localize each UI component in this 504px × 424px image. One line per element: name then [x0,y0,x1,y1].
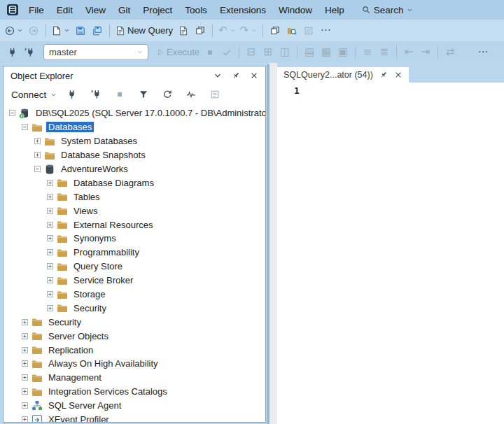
query-editor[interactable]: 1 [277,83,504,424]
find-in-files-button[interactable] [284,22,300,39]
comment-icon: ≡ [363,47,372,57]
tab-sqlquery2[interactable]: SQLQuery2...ator (54)) [277,67,409,83]
collapse-icon[interactable] [34,166,41,172]
expand-icon[interactable] [47,249,53,255]
tree-item-database-diagrams[interactable]: Database Diagrams [4,176,265,190]
tree-item-system-databases[interactable]: System Databases [4,134,265,148]
expand-icon[interactable] [22,416,28,422]
increase-indent-button: ⇥ [417,44,434,61]
tree-item-external-resources[interactable]: External Resources [4,218,265,232]
expand-icon[interactable] [22,360,28,367]
new-file-button[interactable] [50,22,72,39]
folder-icon [31,372,43,383]
expand-icon[interactable] [47,263,53,269]
tree-item-database-snapshots[interactable]: Database Snapshots [4,148,265,162]
menu-item-edit[interactable]: Edit [50,3,79,17]
disconnect-plug-button[interactable] [88,86,104,103]
tree-item-sql-server-agent[interactable]: SQL Server Agent [4,399,265,413]
navigate-backward-button[interactable] [3,22,25,39]
tree-item-databases[interactable]: Databases [4,120,265,134]
close-icon[interactable] [394,71,402,79]
collapse-icon[interactable] [9,110,15,116]
connect-dropdown-button[interactable]: Connect [11,90,57,100]
pin-icon[interactable] [379,71,388,79]
menu-item-window[interactable]: Window [272,3,318,17]
menu-item-git[interactable]: Git [112,3,136,17]
app-logo-icon [7,4,18,15]
expand-icon[interactable] [47,208,53,214]
tree-item-synonyms[interactable]: Synonyms [4,232,265,246]
estimated-plan-icon: ⊟ [247,47,256,57]
expand-icon[interactable] [22,347,28,353]
menu-item-extensions[interactable]: Extensions [214,3,272,17]
window-position-chevron-icon[interactable] [214,71,222,80]
tree-item-query-store[interactable]: Query Store [4,260,265,274]
expand-icon[interactable] [34,138,41,144]
pin-icon[interactable] [232,71,240,80]
display-estimated-plan-button: ⊟ [243,44,260,61]
undo-button: ↶ [216,22,238,39]
refresh-icon[interactable] [159,86,176,103]
close-icon[interactable] [250,71,258,80]
menu-item-view[interactable]: View [79,3,112,17]
analysis-services-query-button[interactable] [192,22,209,39]
tree-item-tables[interactable]: Tables [4,190,265,204]
available-databases-combobox[interactable]: master [43,44,148,60]
save-all-button[interactable] [89,22,106,39]
expand-icon[interactable] [22,374,28,381]
tree-item-integration-services-catalogs[interactable]: Integration Services Catalogs [4,385,265,399]
tree-item-security[interactable]: Security [4,315,265,329]
tree-item-views[interactable]: Views [4,204,265,218]
toolbar-overflow-button[interactable]: ⋯ [475,44,491,61]
tree-item-label: Service Broker [71,275,135,285]
expand-icon[interactable] [47,222,53,228]
query-toolbar: master Execute ⊟ ⊞ ◫ ▤ ▦ ▣ ≡ ≣ ⇤ ⇥ ⇄ ⋯ [0,41,504,63]
expand-icon[interactable] [22,402,28,409]
tree-item-replication[interactable]: Replication [4,343,265,357]
activity-monitor-button[interactable] [267,22,284,39]
expand-icon[interactable] [22,333,28,339]
save-button[interactable] [72,22,89,39]
expand-icon[interactable] [47,180,53,186]
tree-item-management[interactable]: Management [4,371,265,385]
expand-icon[interactable] [34,152,41,158]
toggle-results-icon: ⇄ [446,47,455,57]
expand-icon[interactable] [22,388,28,395]
collapse-icon[interactable] [22,124,28,130]
database-engine-query-button[interactable] [175,22,192,39]
filter-icon[interactable] [135,86,152,103]
expand-icon[interactable] [47,194,53,200]
tree-item-service-broker[interactable]: Service Broker [4,274,265,288]
expand-icon[interactable] [47,291,53,297]
search-control[interactable]: Search [362,5,414,15]
change-connection-button[interactable] [21,44,38,61]
folder-icon [31,344,43,355]
expand-icon[interactable] [47,235,53,241]
tree-item-adventureworks[interactable]: AdventureWorks [4,162,265,176]
new-query-icon [115,26,125,36]
paste-button [300,22,317,39]
uncomment-lines-button: ≣ [376,44,393,61]
expand-icon[interactable] [22,319,28,325]
tree-item-server-objects[interactable]: Server Objects [4,329,265,343]
chevron-down-icon [230,27,236,34]
tree-item-storage[interactable]: Storage [4,288,265,302]
tree-item-label: Tables [71,192,102,202]
tree-item-db-sql2025-sql-server-17-0-1000-7-db-adm[interactable]: DB\SQL2025 (SQL Server 17.0.1000.7 - DB\… [4,106,265,120]
tree-item-always-on-high-availability[interactable]: Always On High Availability [4,357,265,371]
new-query-button[interactable]: New Query [113,22,175,39]
menu-item-help[interactable]: Help [318,3,351,17]
toolbar-overflow-button[interactable]: ⋯ [317,22,334,39]
connect-plug-button[interactable] [64,86,80,103]
activity-pulse-icon[interactable] [183,86,200,103]
menu-item-tools[interactable]: Tools [178,3,214,17]
tree-item-programmability[interactable]: Programmability [4,246,265,260]
expand-icon[interactable] [47,305,53,311]
menu-item-project[interactable]: Project [136,3,178,17]
tab-title: SQLQuery2...ator (54)) [284,70,373,80]
tree-item-security[interactable]: Security [4,301,265,315]
menu-item-file[interactable]: File [22,3,50,17]
connect-icon-button[interactable] [4,44,21,61]
tree-item-xevent-profiler[interactable]: XEvent Profiler [4,413,265,422]
expand-icon[interactable] [47,277,53,283]
